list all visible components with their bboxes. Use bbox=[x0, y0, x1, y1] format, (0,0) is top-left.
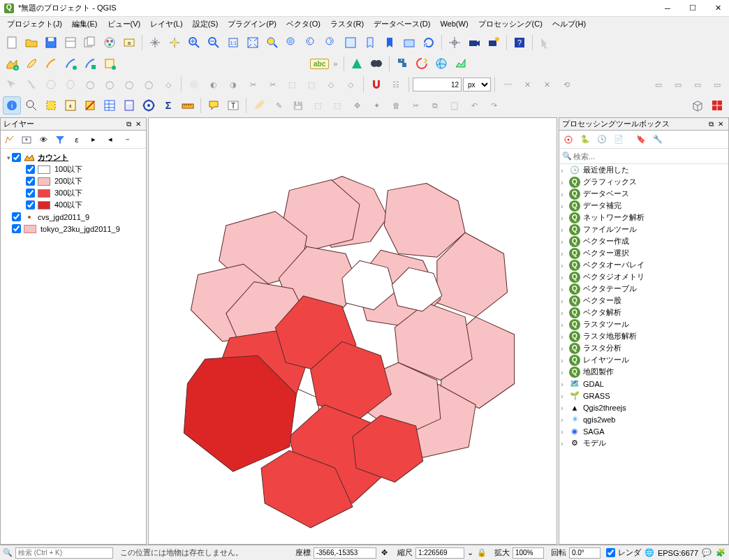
camera-button[interactable] bbox=[465, 34, 483, 52]
processing-group[interactable]: ›▲Qgis2threejs bbox=[559, 401, 728, 413]
processing-group[interactable]: ›Qファイルツール bbox=[559, 223, 728, 235]
processing-group[interactable]: ›Qネットワーク解析 bbox=[559, 212, 728, 223]
layer-group-count[interactable]: ▾ カウント bbox=[2, 152, 145, 163]
processing-group[interactable]: ›Qグラフィックス bbox=[559, 176, 728, 188]
coord-value[interactable] bbox=[314, 547, 376, 559]
zoom-out-button[interactable] bbox=[205, 34, 223, 52]
legend-checkbox[interactable] bbox=[26, 200, 35, 209]
dark-circles-button[interactable] bbox=[367, 54, 385, 73]
menu-vector[interactable]: ベクタ(O) bbox=[282, 17, 325, 31]
crosshair-button[interactable] bbox=[446, 34, 464, 52]
processing-group[interactable]: ›🕓最近使用した bbox=[559, 164, 728, 176]
processing-group[interactable]: ›Qベクタテーブル bbox=[559, 283, 728, 295]
processing-group[interactable]: ›◉SAGA bbox=[559, 425, 728, 437]
zoom-full-button[interactable] bbox=[244, 34, 262, 52]
layer-cvs[interactable]: cvs_jgd2011_9 bbox=[2, 211, 145, 223]
scale-value[interactable] bbox=[415, 547, 464, 559]
field-calc-button[interactable] bbox=[120, 96, 138, 115]
3d-cube-button[interactable] bbox=[688, 96, 707, 115]
processing-group[interactable]: ›Q地図製作 bbox=[559, 366, 728, 378]
menu-raster[interactable]: ラスタ(R) bbox=[326, 17, 368, 31]
identify-button[interactable]: i bbox=[3, 96, 21, 115]
text-annotation-button[interactable]: T bbox=[224, 96, 242, 115]
processing-group[interactable]: ›Qベクター股 bbox=[559, 295, 728, 307]
zoom-to-layer-button[interactable] bbox=[283, 34, 301, 52]
style-manager-button[interactable] bbox=[101, 34, 119, 52]
processing-history-button[interactable]: 🕓 bbox=[594, 132, 610, 147]
plugins-icon[interactable]: 🧩 bbox=[715, 547, 726, 559]
layers-visibility-button[interactable]: 👁 bbox=[36, 132, 51, 147]
legend-row[interactable]: 300以下 bbox=[2, 187, 145, 199]
processing-group[interactable]: ›Qデータ補完 bbox=[559, 200, 728, 212]
processing-search-input[interactable] bbox=[572, 151, 726, 162]
layers-style-button[interactable] bbox=[2, 132, 17, 147]
help-button[interactable]: ? bbox=[510, 34, 529, 52]
processing-undock-button[interactable]: ⧉ bbox=[706, 119, 716, 129]
processing-toolbox-button[interactable] bbox=[140, 96, 158, 115]
menu-layer[interactable]: レイヤ(L) bbox=[146, 17, 186, 31]
layers-undock-button[interactable]: ⧉ bbox=[124, 119, 133, 129]
processing-group[interactable]: ›Qベクタジオメトリ bbox=[559, 271, 728, 283]
layer-cvs-checkbox[interactable] bbox=[12, 212, 21, 221]
legend-row[interactable]: 200以下 bbox=[2, 175, 145, 187]
menu-processing[interactable]: プロセッシング(C) bbox=[474, 17, 547, 31]
menu-project[interactable]: プロジェクト(J) bbox=[3, 17, 66, 31]
new-map-view-button[interactable] bbox=[341, 34, 360, 52]
feather3-button[interactable] bbox=[61, 54, 80, 73]
bookmark-button[interactable] bbox=[381, 34, 399, 52]
processing-group[interactable]: ›Qデータベース bbox=[559, 188, 728, 200]
processing-group[interactable]: ›Qレイヤツール bbox=[559, 354, 728, 366]
layout-manager-button[interactable] bbox=[81, 34, 99, 52]
layers-add-group-button[interactable]: + bbox=[19, 132, 34, 147]
maptip-button[interactable] bbox=[205, 96, 223, 115]
layer-tokyo-checkbox[interactable] bbox=[12, 224, 21, 233]
processing-group[interactable]: ›✳qgis2web bbox=[559, 413, 728, 425]
crs-label[interactable]: EPSG:6677 bbox=[658, 549, 698, 557]
magnify-value[interactable] bbox=[513, 547, 544, 559]
legend-checkbox[interactable] bbox=[26, 189, 35, 198]
layer-tokyo23ku[interactable]: tokyo_23ku_jgd2011_9 bbox=[2, 223, 145, 235]
processing-gear-button[interactable] bbox=[561, 132, 576, 147]
camera-star-button[interactable] bbox=[485, 34, 503, 52]
layers-filter-button[interactable] bbox=[52, 132, 68, 147]
messages-icon[interactable]: 💬 bbox=[701, 547, 712, 559]
layers-collapse-button[interactable]: ◂ bbox=[103, 132, 118, 147]
menu-database[interactable]: データベース(D) bbox=[369, 17, 434, 31]
processing-group[interactable]: ›Qラスタ分析 bbox=[559, 342, 728, 354]
zoom-last-button[interactable] bbox=[302, 34, 321, 52]
processing-group[interactable]: ›Qラスタツール bbox=[559, 318, 728, 330]
legend-row[interactable]: 100以下 bbox=[2, 163, 145, 175]
new-layout-button[interactable] bbox=[61, 34, 80, 52]
layers-close-button[interactable]: ✕ bbox=[133, 119, 143, 129]
processing-close-button[interactable]: ✕ bbox=[716, 119, 726, 129]
status-search-input[interactable] bbox=[15, 547, 113, 559]
identify-dropdown-button[interactable] bbox=[22, 96, 40, 115]
zoom-native-button[interactable]: 1:1 bbox=[224, 34, 242, 52]
deselect-button[interactable] bbox=[81, 96, 99, 115]
processing-group[interactable]: ›⚙モデル bbox=[559, 437, 728, 449]
menu-plugin[interactable]: プラグイン(P) bbox=[223, 17, 281, 31]
legend-checkbox[interactable] bbox=[26, 177, 35, 186]
processing-group[interactable]: ›Qベクター作成 bbox=[559, 235, 728, 247]
magnet-button[interactable] bbox=[367, 75, 385, 94]
processing-group[interactable]: ›🌱GRASS bbox=[559, 390, 728, 401]
crs-icon[interactable]: 🌐 bbox=[644, 547, 655, 559]
abc-label-button[interactable]: abc bbox=[310, 59, 329, 69]
sigma-button[interactable]: Σ bbox=[159, 96, 177, 115]
legend-row[interactable]: 400以下 bbox=[2, 199, 145, 211]
legend-checkbox[interactable] bbox=[26, 165, 35, 174]
save-project-button[interactable] bbox=[42, 34, 60, 52]
processing-group[interactable]: ›🗺️GDAL bbox=[559, 378, 728, 390]
new-project-button[interactable] bbox=[3, 34, 21, 52]
label-a-button[interactable]: a bbox=[120, 34, 138, 52]
processing-edit-button[interactable]: 🔖 bbox=[633, 132, 649, 147]
layers-expand-button[interactable]: ▸ bbox=[86, 132, 101, 147]
add-vector-button[interactable]: + bbox=[3, 54, 21, 73]
attribute-table-button[interactable] bbox=[101, 96, 119, 115]
pan-to-selection-button[interactable] bbox=[165, 34, 184, 52]
coord-toggle-icon[interactable]: ✥ bbox=[379, 547, 390, 559]
zoom-next-button[interactable] bbox=[322, 34, 340, 52]
layers-expression-button[interactable]: ε bbox=[69, 132, 84, 147]
select-rect-button[interactable] bbox=[42, 96, 60, 115]
menu-help[interactable]: ヘルプ(H) bbox=[548, 17, 590, 31]
